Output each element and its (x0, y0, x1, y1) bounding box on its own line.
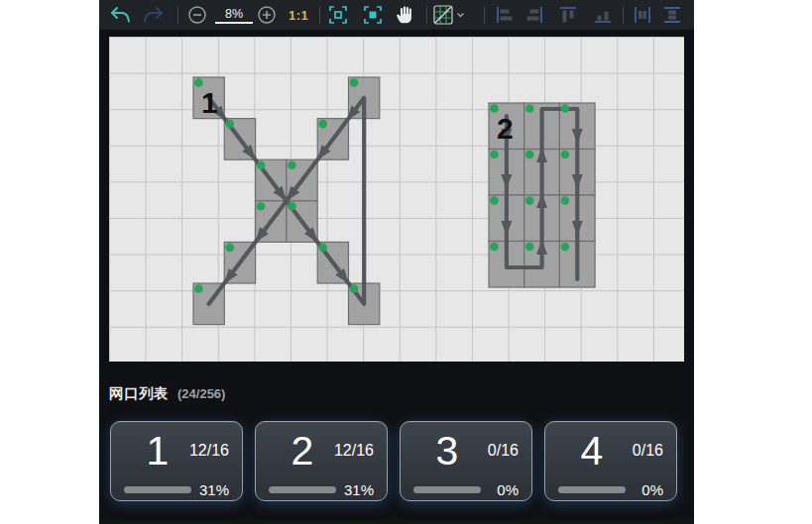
port-number: 4 (564, 429, 620, 472)
align-top-icon[interactable] (558, 5, 578, 25)
align-left-icon[interactable] (495, 5, 515, 25)
panel-count: (24/256) (177, 386, 225, 401)
app-window: 8% 1:1 (99, 0, 694, 524)
toolbar-separator (319, 7, 320, 24)
svg-text:2: 2 (497, 112, 514, 145)
cabinet-group-1: 1 (193, 77, 380, 325)
toolbar-separator (484, 7, 485, 24)
hand-tool-icon[interactable] (395, 4, 416, 26)
canvas-svg[interactable]: 12 (109, 37, 684, 362)
port-percent: 0% (481, 481, 519, 498)
port-ratio: 12/16 (330, 442, 374, 460)
fit-selection-icon[interactable] (327, 4, 349, 26)
port-list-header: 网口列表 (24/256) (109, 384, 225, 403)
port-card-list: 1 12/16 31% 2 12/16 31% 3 0/16 (110, 421, 677, 501)
progress-bar (269, 486, 336, 493)
cabinet-group-2: 2 (489, 103, 595, 287)
port-ratio: 0/16 (620, 442, 663, 460)
svg-text:1: 1 (201, 86, 218, 119)
distribute-horizontal-icon[interactable] (633, 5, 652, 25)
distribute-vertical-icon[interactable] (662, 5, 682, 25)
port-card-4[interactable]: 4 0/16 0% (544, 421, 677, 501)
toolbar: 8% 1:1 (99, 0, 694, 30)
fit-screen-icon[interactable] (362, 4, 384, 26)
align-bottom-icon[interactable] (593, 5, 613, 25)
port-ratio: 12/16 (185, 442, 229, 460)
redo-icon[interactable] (143, 5, 165, 25)
chevron-down-icon (458, 14, 464, 17)
progress-bar (124, 486, 191, 493)
port-card-1[interactable]: 1 12/16 31% (110, 421, 243, 501)
port-percent: 31% (336, 481, 374, 498)
align-right-icon[interactable] (524, 5, 544, 25)
design-canvas[interactable]: 12 (109, 37, 684, 362)
port-card-3[interactable]: 3 0/16 0% (400, 421, 532, 501)
grid-toggle-button[interactable] (433, 5, 465, 25)
undo-icon[interactable] (109, 5, 131, 25)
progress-bar (413, 486, 481, 493)
zoom-level-field[interactable]: 8% (215, 7, 253, 24)
toolbar-separator (623, 7, 624, 24)
port-number: 2 (275, 429, 330, 472)
toolbar-separator (177, 7, 178, 24)
port-number: 1 (130, 429, 185, 472)
panel-title: 网口列表 (109, 384, 169, 403)
port-number: 3 (419, 429, 475, 472)
zoom-in-button[interactable] (257, 5, 277, 25)
port-percent: 31% (191, 481, 229, 498)
port-percent: 0% (626, 481, 663, 498)
port-card-2[interactable]: 2 12/16 31% (255, 421, 388, 501)
progress-bar (558, 486, 626, 493)
toolbar-separator (426, 7, 427, 24)
window-bottom-edge (99, 520, 694, 524)
zoom-out-button[interactable] (187, 5, 207, 25)
actual-size-button[interactable]: 1:1 (289, 8, 308, 23)
port-ratio: 0/16 (475, 442, 519, 460)
